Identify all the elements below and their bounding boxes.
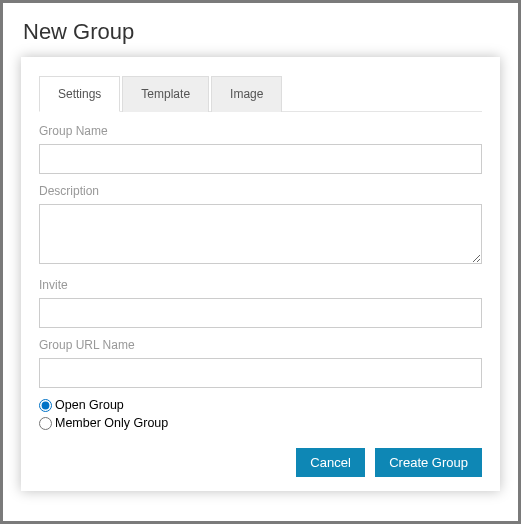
tab-image[interactable]: Image [211,76,282,112]
open-group-label: Open Group [55,398,124,412]
tab-settings[interactable]: Settings [39,76,120,112]
new-group-panel: Settings Template Image Group Name Descr… [21,57,500,491]
open-group-option[interactable]: Open Group [39,398,482,412]
open-group-radio[interactable] [39,399,52,412]
page-title: New Group [23,19,500,45]
group-name-input[interactable] [39,144,482,174]
tab-bar: Settings Template Image [39,75,482,112]
group-name-label: Group Name [39,124,482,138]
invite-label: Invite [39,278,482,292]
invite-input[interactable] [39,298,482,328]
tab-template[interactable]: Template [122,76,209,112]
member-only-label: Member Only Group [55,416,168,430]
group-url-name-label: Group URL Name [39,338,482,352]
group-url-name-input[interactable] [39,358,482,388]
description-input[interactable] [39,204,482,264]
cancel-button[interactable]: Cancel [296,448,364,477]
member-only-option[interactable]: Member Only Group [39,416,482,430]
create-group-button[interactable]: Create Group [375,448,482,477]
member-only-radio[interactable] [39,417,52,430]
description-label: Description [39,184,482,198]
